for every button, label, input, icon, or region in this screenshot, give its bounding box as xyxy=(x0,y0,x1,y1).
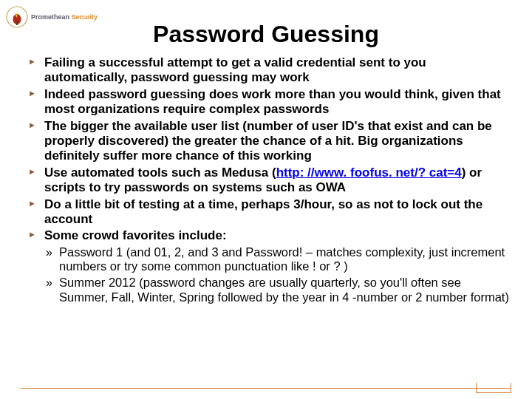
slide-body: Failing a successful attempt to get a va… xyxy=(0,55,532,305)
torch-icon xyxy=(6,6,28,28)
svg-rect-2 xyxy=(16,21,18,25)
bullet-text: Do a little bit of testing at a time, pe… xyxy=(44,197,482,226)
brand-text: Promethean Security xyxy=(31,13,98,21)
sub-bullet-text: Password 1 (and 01, 2, and 3 and Passwor… xyxy=(59,245,505,273)
bullet-text: The bigger the available user list (numb… xyxy=(44,119,492,163)
bullet-item: Do a little bit of testing at a time, pe… xyxy=(44,197,510,228)
sub-bullet-text: Summer 2012 (password changes are usuall… xyxy=(59,276,509,304)
bullet-item: Indeed password guessing does work more … xyxy=(44,87,510,117)
brand-word-b: Security xyxy=(72,13,98,21)
bullet-text: Failing a successful attempt to get a va… xyxy=(44,55,426,84)
bullet-text: Some crowd favorites include: xyxy=(44,228,227,242)
brand-word-a: Promethean xyxy=(31,13,69,21)
sub-bullet-list: Password 1 (and 01, 2, and 3 and Passwor… xyxy=(44,245,510,305)
sub-bullet-item: Password 1 (and 01, 2, and 3 and Passwor… xyxy=(59,245,510,275)
bullet-text: Indeed password guessing does work more … xyxy=(44,87,501,116)
external-link[interactable]: http: //www. foofus. net/? cat=4 xyxy=(276,166,462,180)
bullet-item: Failing a successful attempt to get a va… xyxy=(44,55,510,86)
bullet-item: The bigger the available user list (numb… xyxy=(44,119,510,164)
footer-tab xyxy=(476,383,511,393)
bullet-list: Failing a successful attempt to get a va… xyxy=(44,55,510,305)
bullet-item: Use automated tools such as Medusa (http… xyxy=(44,166,510,196)
bullet-item: Some crowd favorites include:Password 1 … xyxy=(44,228,510,305)
footer-rule xyxy=(21,388,511,389)
bullet-text-pre: Use automated tools such as Medusa ( xyxy=(44,166,276,180)
brand-logo: Promethean Security xyxy=(6,6,98,28)
sub-bullet-item: Summer 2012 (password changes are usuall… xyxy=(59,276,510,305)
